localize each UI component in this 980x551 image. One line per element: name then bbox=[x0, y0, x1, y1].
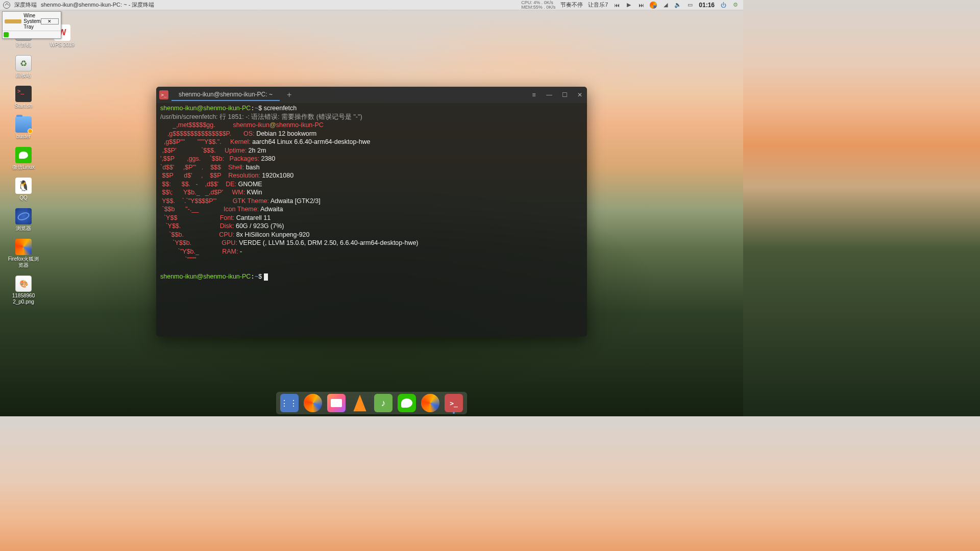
clock[interactable]: 01:16 bbox=[699, 2, 715, 9]
firefox-tray-icon[interactable] bbox=[650, 2, 657, 9]
shell-script-icon bbox=[15, 86, 32, 102]
qq-icon bbox=[15, 178, 32, 194]
battery-icon[interactable]: ▭ bbox=[687, 2, 694, 9]
folder-icon bbox=[15, 116, 32, 133]
volume-icon[interactable]: 🔈 bbox=[674, 2, 681, 9]
desktop-icon-buster[interactable]: buster bbox=[7, 116, 40, 140]
desktop-icon-wechat[interactable]: 微信Linux bbox=[7, 147, 40, 170]
desktop-icon-firefox[interactable]: Firefox火狐浏览器 bbox=[7, 239, 40, 268]
terminal-body[interactable]: shenmo-ikun@shenmo-ikun-PC:~$ screenfetc… bbox=[156, 103, 587, 337]
dock-music[interactable] bbox=[374, 394, 393, 412]
window-title: shenmo-ikun@shenmo-ikun-PC: ~ - 深度终端 bbox=[41, 1, 154, 9]
wine-system-tray-window[interactable]: Wine System Tray ✕ bbox=[2, 11, 61, 39]
app-name: 深度终端 bbox=[14, 1, 37, 9]
desktop-icon-qq[interactable]: QQ bbox=[7, 178, 40, 201]
settings-icon[interactable]: ⚙ bbox=[732, 2, 739, 9]
system-stats: CPU: 4% . 0K/s MEM:55% . 0K/s bbox=[521, 1, 555, 10]
dock-wechat[interactable] bbox=[398, 394, 416, 412]
network-icon[interactable]: ◢ bbox=[662, 2, 669, 9]
image-file-icon bbox=[15, 276, 32, 292]
dock-vlc[interactable] bbox=[351, 394, 369, 412]
wine-icon bbox=[5, 19, 21, 23]
browser-icon bbox=[15, 208, 32, 224]
firefox-icon bbox=[15, 239, 32, 255]
terminal-new-tab-icon[interactable]: + bbox=[283, 90, 296, 99]
terminal-titlebar[interactable]: shenmo-ikun@shenmo-ikun-PC: ~ + ≡ — ☐ ✕ bbox=[156, 87, 587, 103]
wechat-tray-icon[interactable] bbox=[4, 32, 9, 37]
terminal-tab[interactable]: shenmo-ikun@shenmo-ikun-PC: ~ bbox=[172, 89, 280, 101]
dock-terminal[interactable] bbox=[445, 394, 463, 412]
dock-firefox[interactable] bbox=[304, 394, 322, 412]
desktop-icon-browser[interactable]: 浏览器 bbox=[7, 208, 40, 232]
desktop-icon-trash[interactable]: 回收站 bbox=[7, 55, 40, 79]
power-icon[interactable]: ⏻ bbox=[720, 2, 727, 9]
terminal-window[interactable]: shenmo-ikun@shenmo-ikun-PC: ~ + ≡ — ☐ ✕ … bbox=[156, 87, 587, 337]
terminal-menu-icon[interactable]: ≡ bbox=[530, 91, 538, 98]
desktop-icons-column-1: 计算机 回收站 Start.sh buster 微信Linux QQ 浏览器 F… bbox=[7, 24, 40, 305]
trash-icon bbox=[15, 55, 32, 71]
terminal-close-icon[interactable]: ✕ bbox=[576, 91, 584, 98]
media-play-icon[interactable]: ▶ bbox=[625, 2, 632, 9]
wechat-icon bbox=[15, 147, 32, 163]
dock-gallery[interactable] bbox=[327, 394, 346, 412]
media-prev-icon[interactable]: ⏮ bbox=[613, 2, 620, 9]
terminal-app-icon bbox=[159, 90, 168, 99]
dock-launcher[interactable] bbox=[280, 394, 299, 412]
dock bbox=[276, 392, 467, 414]
media-next-icon[interactable]: ⏭ bbox=[638, 2, 645, 9]
desktop-icon-image[interactable]: 11858960 2_p0.png bbox=[7, 276, 40, 305]
wine-tray-close-icon[interactable]: ✕ bbox=[41, 18, 59, 24]
dock-firefox-2[interactable] bbox=[421, 394, 439, 412]
wine-tray-title: Wine System Tray bbox=[23, 13, 40, 30]
terminal-minimize-icon[interactable]: — bbox=[545, 91, 553, 98]
panel-text-2[interactable]: 让音乐7 bbox=[588, 1, 608, 9]
deepin-logo-icon[interactable] bbox=[3, 2, 10, 9]
top-panel: 深度终端 shenmo-ikun@shenmo-ikun-PC: ~ - 深度终… bbox=[0, 0, 743, 10]
panel-text-1[interactable]: 节奏不停 bbox=[560, 1, 583, 9]
desktop-icon-start-sh[interactable]: Start.sh bbox=[7, 86, 40, 109]
terminal-maximize-icon[interactable]: ☐ bbox=[560, 91, 569, 98]
